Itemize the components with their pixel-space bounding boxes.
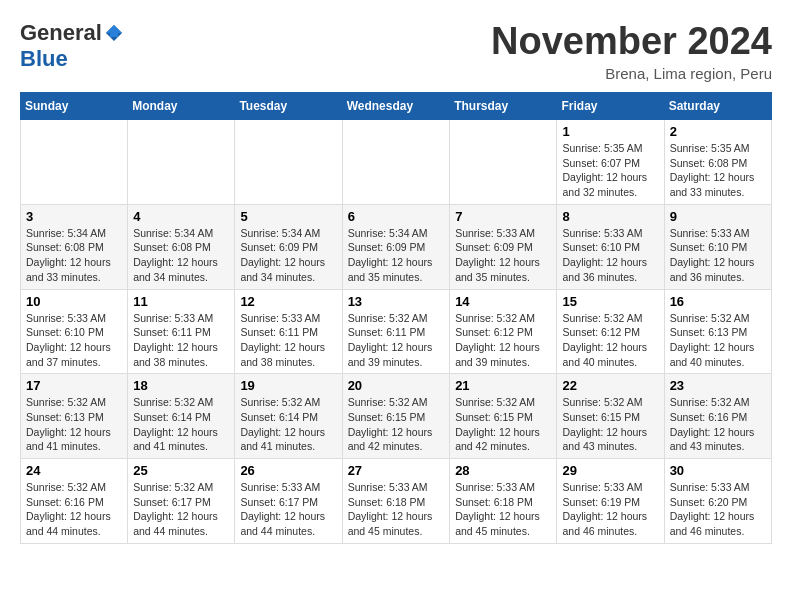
calendar-week-2: 3Sunrise: 5:34 AMSunset: 6:08 PMDaylight…	[21, 204, 772, 289]
day-info: Sunrise: 5:32 AMSunset: 6:15 PMDaylight:…	[562, 395, 658, 454]
day-number: 30	[670, 463, 766, 478]
calendar-cell: 11Sunrise: 5:33 AMSunset: 6:11 PMDayligh…	[128, 289, 235, 374]
day-number: 10	[26, 294, 122, 309]
logo-icon	[104, 23, 124, 43]
day-number: 18	[133, 378, 229, 393]
day-info: Sunrise: 5:32 AMSunset: 6:16 PMDaylight:…	[26, 480, 122, 539]
calendar-header-friday: Friday	[557, 93, 664, 120]
day-number: 6	[348, 209, 445, 224]
day-info: Sunrise: 5:33 AMSunset: 6:10 PMDaylight:…	[670, 226, 766, 285]
day-number: 26	[240, 463, 336, 478]
calendar-header-row: SundayMondayTuesdayWednesdayThursdayFrid…	[21, 93, 772, 120]
day-info: Sunrise: 5:32 AMSunset: 6:16 PMDaylight:…	[670, 395, 766, 454]
calendar-cell: 14Sunrise: 5:32 AMSunset: 6:12 PMDayligh…	[450, 289, 557, 374]
day-number: 2	[670, 124, 766, 139]
calendar-cell	[235, 120, 342, 205]
page-header: General Blue November 2024 Brena, Lima r…	[20, 20, 772, 82]
day-info: Sunrise: 5:33 AMSunset: 6:17 PMDaylight:…	[240, 480, 336, 539]
calendar-cell: 18Sunrise: 5:32 AMSunset: 6:14 PMDayligh…	[128, 374, 235, 459]
day-number: 13	[348, 294, 445, 309]
calendar-header-sunday: Sunday	[21, 93, 128, 120]
calendar-cell: 12Sunrise: 5:33 AMSunset: 6:11 PMDayligh…	[235, 289, 342, 374]
day-number: 9	[670, 209, 766, 224]
calendar-cell: 8Sunrise: 5:33 AMSunset: 6:10 PMDaylight…	[557, 204, 664, 289]
day-info: Sunrise: 5:33 AMSunset: 6:11 PMDaylight:…	[240, 311, 336, 370]
day-number: 15	[562, 294, 658, 309]
calendar-header-saturday: Saturday	[664, 93, 771, 120]
logo-blue: Blue	[20, 46, 68, 72]
calendar-cell: 22Sunrise: 5:32 AMSunset: 6:15 PMDayligh…	[557, 374, 664, 459]
day-number: 19	[240, 378, 336, 393]
day-number: 8	[562, 209, 658, 224]
calendar-cell: 2Sunrise: 5:35 AMSunset: 6:08 PMDaylight…	[664, 120, 771, 205]
calendar-cell: 16Sunrise: 5:32 AMSunset: 6:13 PMDayligh…	[664, 289, 771, 374]
day-info: Sunrise: 5:33 AMSunset: 6:18 PMDaylight:…	[348, 480, 445, 539]
calendar-cell: 19Sunrise: 5:32 AMSunset: 6:14 PMDayligh…	[235, 374, 342, 459]
day-number: 29	[562, 463, 658, 478]
day-info: Sunrise: 5:33 AMSunset: 6:10 PMDaylight:…	[26, 311, 122, 370]
calendar-cell	[342, 120, 450, 205]
calendar-cell: 25Sunrise: 5:32 AMSunset: 6:17 PMDayligh…	[128, 459, 235, 544]
calendar-cell: 29Sunrise: 5:33 AMSunset: 6:19 PMDayligh…	[557, 459, 664, 544]
day-info: Sunrise: 5:32 AMSunset: 6:11 PMDaylight:…	[348, 311, 445, 370]
calendar-cell: 20Sunrise: 5:32 AMSunset: 6:15 PMDayligh…	[342, 374, 450, 459]
calendar-table: SundayMondayTuesdayWednesdayThursdayFrid…	[20, 92, 772, 544]
calendar-cell: 1Sunrise: 5:35 AMSunset: 6:07 PMDaylight…	[557, 120, 664, 205]
calendar-cell: 4Sunrise: 5:34 AMSunset: 6:08 PMDaylight…	[128, 204, 235, 289]
calendar-header-tuesday: Tuesday	[235, 93, 342, 120]
calendar-cell: 15Sunrise: 5:32 AMSunset: 6:12 PMDayligh…	[557, 289, 664, 374]
calendar-cell: 5Sunrise: 5:34 AMSunset: 6:09 PMDaylight…	[235, 204, 342, 289]
day-number: 12	[240, 294, 336, 309]
day-number: 4	[133, 209, 229, 224]
calendar-header-wednesday: Wednesday	[342, 93, 450, 120]
calendar-cell: 23Sunrise: 5:32 AMSunset: 6:16 PMDayligh…	[664, 374, 771, 459]
day-number: 20	[348, 378, 445, 393]
calendar-cell: 27Sunrise: 5:33 AMSunset: 6:18 PMDayligh…	[342, 459, 450, 544]
calendar-cell: 26Sunrise: 5:33 AMSunset: 6:17 PMDayligh…	[235, 459, 342, 544]
calendar-week-4: 17Sunrise: 5:32 AMSunset: 6:13 PMDayligh…	[21, 374, 772, 459]
day-info: Sunrise: 5:32 AMSunset: 6:13 PMDaylight:…	[670, 311, 766, 370]
day-info: Sunrise: 5:32 AMSunset: 6:15 PMDaylight:…	[455, 395, 551, 454]
calendar-cell: 17Sunrise: 5:32 AMSunset: 6:13 PMDayligh…	[21, 374, 128, 459]
month-title: November 2024	[491, 20, 772, 63]
day-number: 21	[455, 378, 551, 393]
calendar-cell: 21Sunrise: 5:32 AMSunset: 6:15 PMDayligh…	[450, 374, 557, 459]
day-info: Sunrise: 5:33 AMSunset: 6:20 PMDaylight:…	[670, 480, 766, 539]
day-number: 27	[348, 463, 445, 478]
day-info: Sunrise: 5:32 AMSunset: 6:15 PMDaylight:…	[348, 395, 445, 454]
day-number: 22	[562, 378, 658, 393]
calendar-week-5: 24Sunrise: 5:32 AMSunset: 6:16 PMDayligh…	[21, 459, 772, 544]
day-info: Sunrise: 5:33 AMSunset: 6:18 PMDaylight:…	[455, 480, 551, 539]
logo-general: General	[20, 20, 102, 46]
day-info: Sunrise: 5:32 AMSunset: 6:14 PMDaylight:…	[133, 395, 229, 454]
day-info: Sunrise: 5:34 AMSunset: 6:09 PMDaylight:…	[240, 226, 336, 285]
day-info: Sunrise: 5:33 AMSunset: 6:11 PMDaylight:…	[133, 311, 229, 370]
title-section: November 2024 Brena, Lima region, Peru	[491, 20, 772, 82]
day-number: 1	[562, 124, 658, 139]
calendar-cell: 9Sunrise: 5:33 AMSunset: 6:10 PMDaylight…	[664, 204, 771, 289]
calendar-cell: 24Sunrise: 5:32 AMSunset: 6:16 PMDayligh…	[21, 459, 128, 544]
day-info: Sunrise: 5:32 AMSunset: 6:13 PMDaylight:…	[26, 395, 122, 454]
day-info: Sunrise: 5:35 AMSunset: 6:08 PMDaylight:…	[670, 141, 766, 200]
day-info: Sunrise: 5:34 AMSunset: 6:09 PMDaylight:…	[348, 226, 445, 285]
day-info: Sunrise: 5:32 AMSunset: 6:12 PMDaylight:…	[455, 311, 551, 370]
calendar-cell: 10Sunrise: 5:33 AMSunset: 6:10 PMDayligh…	[21, 289, 128, 374]
day-number: 5	[240, 209, 336, 224]
day-number: 25	[133, 463, 229, 478]
calendar-cell: 28Sunrise: 5:33 AMSunset: 6:18 PMDayligh…	[450, 459, 557, 544]
day-number: 7	[455, 209, 551, 224]
calendar-cell: 6Sunrise: 5:34 AMSunset: 6:09 PMDaylight…	[342, 204, 450, 289]
location: Brena, Lima region, Peru	[491, 65, 772, 82]
calendar-cell: 30Sunrise: 5:33 AMSunset: 6:20 PMDayligh…	[664, 459, 771, 544]
day-number: 23	[670, 378, 766, 393]
day-number: 16	[670, 294, 766, 309]
calendar-header-monday: Monday	[128, 93, 235, 120]
logo: General Blue	[20, 20, 124, 72]
calendar-week-1: 1Sunrise: 5:35 AMSunset: 6:07 PMDaylight…	[21, 120, 772, 205]
day-info: Sunrise: 5:32 AMSunset: 6:12 PMDaylight:…	[562, 311, 658, 370]
day-number: 14	[455, 294, 551, 309]
calendar-cell	[128, 120, 235, 205]
day-number: 3	[26, 209, 122, 224]
calendar-cell: 7Sunrise: 5:33 AMSunset: 6:09 PMDaylight…	[450, 204, 557, 289]
calendar-cell: 3Sunrise: 5:34 AMSunset: 6:08 PMDaylight…	[21, 204, 128, 289]
